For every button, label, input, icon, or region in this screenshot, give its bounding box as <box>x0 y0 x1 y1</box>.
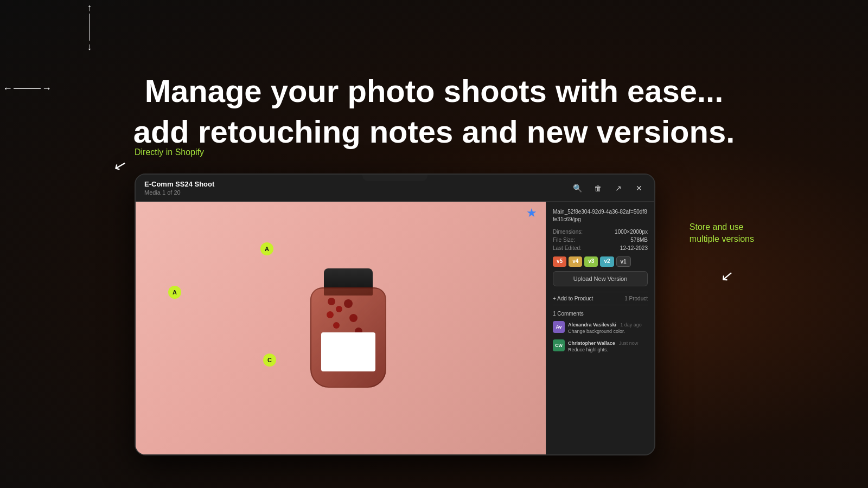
annotation-dot-c[interactable]: C <box>263 354 276 367</box>
app-title: E-Comm SS24 Shoot <box>144 180 214 188</box>
share-icon[interactable]: ↗ <box>612 182 625 195</box>
last-edited-label: Last Edited: <box>553 245 582 251</box>
dimensions-label: Dimensions: <box>553 229 583 235</box>
product-bottle <box>310 268 386 388</box>
meta-last-edited: Last Edited: 12-12-2023 <box>553 245 648 251</box>
headline-line2: add retouching notes and new versions. <box>133 114 735 149</box>
app-subtitle: Media 1 of 20 <box>144 189 214 196</box>
meta-dimensions: Dimensions: 1000×2000px <box>553 229 648 235</box>
comment-body-1: Alexandra Vasilevski 1 day ago Change ba… <box>568 321 648 334</box>
product-count: 1 Product <box>624 296 648 301</box>
headline-line1: Manage your photo shoots with ease... <box>145 73 724 108</box>
comment-item-2: Cw Christopher Wallace Just now Reduce h… <box>553 339 648 352</box>
version-v5[interactable]: v5 <box>553 256 566 267</box>
trash-icon[interactable]: 🗑 <box>591 182 604 195</box>
comment-time-2: Just now <box>619 341 639 346</box>
comment-time-1: 1 day ago <box>620 322 642 328</box>
vertical-arrow <box>89 3 90 52</box>
annotation-dot-a1[interactable]: A <box>168 286 181 299</box>
app-content: ★ <box>136 202 654 454</box>
version-v1[interactable]: v1 <box>616 256 631 267</box>
versions-arrow-icon: ↙ <box>720 266 735 285</box>
upload-new-version-button[interactable]: Upload New Version <box>553 271 648 286</box>
topbar-icons: 🔍 🗑 ↗ ✕ <box>571 182 646 195</box>
comment-avatar-2: Cw <box>553 339 565 351</box>
dimensions-value: 1000×2000px <box>615 229 648 235</box>
version-v3[interactable]: v3 <box>584 256 598 267</box>
versions-callout: Store and use multiple versions <box>690 221 754 246</box>
meta-filesize: File Size: 578MB <box>553 237 648 243</box>
add-to-product-button[interactable]: + Add to Product <box>553 296 593 301</box>
star-icon[interactable]: ★ <box>526 206 537 220</box>
photo-background: ★ <box>136 202 546 454</box>
tablet-notch <box>362 175 427 181</box>
close-icon[interactable]: ✕ <box>633 182 646 195</box>
headline-section: Manage your photo shoots with ease... ad… <box>0 70 868 152</box>
comment-author-1: Alexandra Vasilevski <box>568 322 616 328</box>
version-v4[interactable]: v4 <box>569 256 582 267</box>
comments-header: 1 Comments <box>553 311 648 317</box>
comment-body-2: Christopher Wallace Just now Reduce high… <box>568 339 648 352</box>
tablet-mockup: E-Comm SS24 Shoot Media 1 of 20 🔍 🗑 ↗ ✕ … <box>135 174 655 455</box>
photo-area: ★ <box>136 202 546 454</box>
add-to-product-row: + Add to Product 1 Product <box>553 292 648 305</box>
filesize-label: File Size: <box>553 237 575 243</box>
versions-line1: Store and use <box>690 222 744 232</box>
version-v2[interactable]: v2 <box>600 256 614 267</box>
last-edited-value: 12-12-2023 <box>620 245 648 251</box>
comment-author-2: Christopher Wallace <box>568 341 615 346</box>
annotation-dot-a2[interactable]: A <box>260 242 273 255</box>
filesize-value: 578MB <box>630 237 648 243</box>
versions-line2: multiple versions <box>690 234 754 243</box>
shopify-arrow-icon: ↙ <box>112 155 129 176</box>
shopify-callout: Directly in Shopify <box>135 147 204 157</box>
comment-avatar-1: Av <box>553 321 565 333</box>
filename: Main_52f8e304-92d9-4a36-82af=50df8fe31c6… <box>553 208 648 223</box>
right-panel: Main_52f8e304-92d9-4a36-82af=50df8fe31c6… <box>546 202 654 454</box>
search-icon[interactable]: 🔍 <box>571 182 584 195</box>
comment-text-1: Change background color. <box>568 329 648 334</box>
versions-row: v5 v4 v3 v2 v1 <box>553 256 648 267</box>
comment-text-2: Reduce highlights. <box>568 347 648 352</box>
comment-item-1: Av Alexandra Vasilevski 1 day ago Change… <box>553 321 648 334</box>
